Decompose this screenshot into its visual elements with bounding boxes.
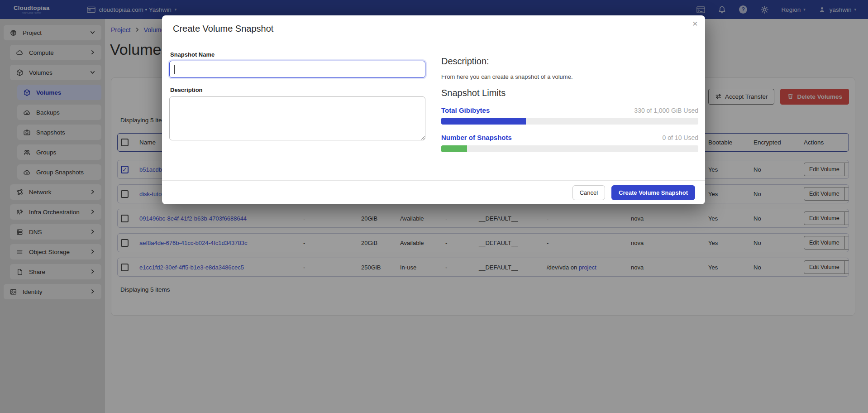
- close-icon[interactable]: ×: [692, 18, 698, 29]
- modal-footer: Cancel Create Volume Snapshot: [162, 180, 705, 204]
- modal-info-text: From here you can create a snapshot of a…: [441, 73, 698, 80]
- gib-progress-fill: [441, 118, 526, 125]
- text-cursor: [174, 65, 175, 74]
- snapshot-count-progress-bar: [441, 145, 698, 152]
- description-textarea[interactable]: [169, 96, 425, 140]
- gib-limit-row: Total Gibibytes 330 of 1,000 GiB Used: [441, 106, 698, 114]
- snapshot-count-usage-text: 0 of 10 Used: [663, 134, 698, 141]
- gib-usage-text: 330 of 1,000 GiB Used: [634, 107, 698, 114]
- cancel-button[interactable]: Cancel: [572, 185, 605, 200]
- page: Cloudtopiaa Your Cloud Partner cloudtopi…: [0, 0, 868, 413]
- modal-title: Create Volume Snapshot: [173, 24, 273, 34]
- snapshot-name-input[interactable]: [169, 61, 425, 78]
- snapshot-name-label: Snapshot Name: [170, 51, 215, 58]
- modal-header-divider: [162, 41, 705, 41]
- snapshot-limits-heading: Snapshot Limits: [441, 88, 698, 98]
- modal-info-heading: Description:: [441, 56, 698, 67]
- description-label: Description: [170, 86, 203, 93]
- create-volume-snapshot-button[interactable]: Create Volume Snapshot: [611, 185, 695, 200]
- snapshot-count-label: Number of Snapshots: [441, 134, 512, 141]
- snapshot-count-progress-fill: [441, 145, 467, 152]
- create-volume-snapshot-modal: Create Volume Snapshot × Snapshot Name D…: [162, 15, 705, 204]
- snapshot-count-limit-row: Number of Snapshots 0 of 10 Used: [441, 134, 698, 141]
- gib-progress-bar: [441, 118, 698, 125]
- gib-limit-label: Total Gibibytes: [441, 106, 490, 114]
